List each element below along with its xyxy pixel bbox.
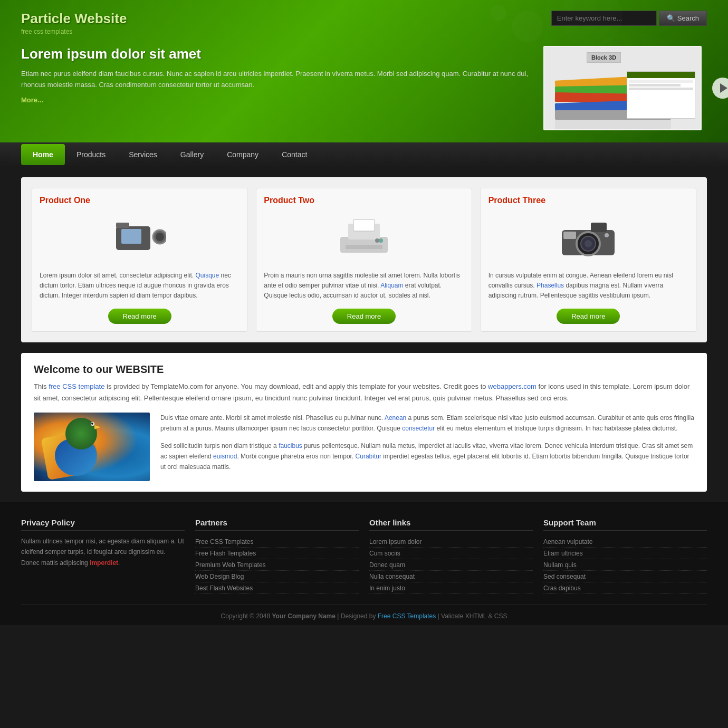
footer-partners-item-1: Free CSS Templates [195,536,359,548]
hero-mockup: Block 3D [543,46,702,130]
footer-partners-item-2: Free Flash Templates [195,548,359,559]
footer-support-item-5: Cras dapibus [543,582,707,594]
product-title-3: Product Three [488,196,688,205]
footer-other-item-3: Donec quam [369,559,533,571]
footer-support-link-1[interactable]: Aenean vulputate [543,538,592,545]
footer-other-link-5[interactable]: In enim justo [369,585,405,592]
hero-more-link[interactable]: More... [21,96,43,104]
footer-partners-item-3: Premium Web Templates [195,559,359,571]
footer-support-item-1: Aenean vulputate [543,536,707,548]
welcome-curabitur-link[interactable]: Curabitur [356,453,381,460]
product-link-1[interactable]: Quisque [195,272,219,279]
welcome-title: Welcome to our WEBSITE [34,363,694,376]
hero-image-label: Block 3D [587,52,621,63]
svg-point-3 [156,233,164,241]
welcome-para-2: Sed sollicitudin turpis non diam tristiq… [160,440,694,473]
svg-point-14 [585,240,592,247]
footer-support-list: Aenean vulputate Etiam ultricies Nullam … [543,536,707,594]
footer-col-support: Support Team Aenean vulputate Etiam ultr… [543,518,707,594]
welcome-css-link[interactable]: free CSS template [49,382,104,390]
svg-rect-7 [353,219,375,231]
site-branding: Particle Website free css templates [21,11,127,35]
header: Particle Website free css templates 🔍 Se… [0,0,728,142]
nav-item-gallery[interactable]: Gallery [169,144,215,165]
footer-support-item-2: Etiam ultricies [543,548,707,559]
welcome-para-1: Duis vitae ornare ante. Morbi sit amet m… [160,413,694,434]
footer-col-privacy: Privacy Policy Nullam ultrices tempor ni… [21,518,185,594]
footer-partners-link-3[interactable]: Premium Web Templates [195,561,266,569]
welcome-euismod-link[interactable]: euismod [213,453,237,460]
welcome-consectetur-link[interactable]: consectetur [402,425,435,432]
product-image-3 [488,212,688,264]
footer-support-item-4: Sed consequat [543,571,707,582]
footer-columns: Privacy Policy Nullam ultrices tempor ni… [21,518,707,594]
main-content: Product One Lorem ipsum dolor sit amet, … [0,167,728,502]
footer-partners-item-4: Web Design Blog [195,571,359,582]
hero-heading: Lorem ipsum dolor sit amet [21,46,533,62]
footer-other-link-3[interactable]: Donec quam [369,561,405,569]
svg-point-17 [605,233,609,237]
search-button[interactable]: 🔍 Search [659,11,707,26]
nav-item-company[interactable]: Company [215,144,270,165]
product-card-1: Product One Lorem ipsum dolor sit amet, … [32,188,247,332]
footer-support-link-4[interactable]: Sed consequat [543,573,586,580]
footer-col-title-support: Support Team [543,518,707,531]
welcome-body: Duis vitae ornare ante. Morbi sit amet m… [34,413,694,481]
footer-support-link-3[interactable]: Nullam quis [543,561,577,569]
nav-item-products[interactable]: Products [65,144,117,165]
footer-privacy-strong: imperdiet [90,559,118,567]
footer-partners-list: Free CSS Templates Free Flash Templates … [195,536,359,594]
footer-other-link-4[interactable]: Nulla consequat [369,573,415,580]
product-link-2[interactable]: Aliquam [380,282,403,289]
welcome-text: Duis vitae ornare ante. Morbi sit amet m… [160,413,694,481]
footer-other-item-2: Cum sociis [369,548,533,559]
hero-body: Etiam nec purus eleifend diam faucibus c… [21,69,533,91]
search-icon: 🔍 [667,14,675,22]
hero-section: Lorem ipsum dolor sit amet Etiam nec pur… [0,41,728,141]
camera-icon [559,218,617,258]
product-card-2: Product Two Proin a mauris non urna sagi… [256,188,472,332]
footer-partners-link-2[interactable]: Free Flash Templates [195,550,256,557]
footer-other-link-2[interactable]: Cum sociis [369,550,400,557]
read-more-btn-1[interactable]: Read more [108,309,171,324]
product-text-2: Proin a mauris non urna sagittis molesti… [264,271,464,301]
welcome-webappers-link[interactable]: webappers.com [488,382,537,390]
welcome-intro: This free CSS template is provided by Te… [34,381,694,404]
footer-other-link-1[interactable]: Lorem ipsum dolor [369,538,422,545]
footer-col-title-partners: Partners [195,518,359,531]
main-nav: Home Products Services Gallery Company C… [0,142,728,167]
printer-icon [338,218,390,258]
footer-partners-link-5[interactable]: Best Flash Websites [195,585,253,592]
welcome-section: Welcome to our WEBSITE This free CSS tem… [21,353,707,492]
footer-partners-link-4[interactable]: Web Design Blog [195,573,244,580]
nav-item-home[interactable]: Home [21,144,65,165]
play-button[interactable] [712,78,728,99]
nav-item-contact[interactable]: Contact [270,144,319,165]
svg-rect-15 [591,223,607,232]
footer-col-partners: Partners Free CSS Templates Free Flash T… [195,518,359,594]
copyright-text: Copyright © 2048 Your Company Name | Des… [221,612,507,620]
footer-bottom: Copyright © 2048 Your Company Name | Des… [21,605,707,620]
site-title: Particle Website [21,11,127,27]
footer-support-link-5[interactable]: Cras dapibus [543,585,581,592]
hero-text: Lorem ipsum dolor sit amet Etiam nec pur… [21,46,533,104]
nav-item-services[interactable]: Services [117,144,169,165]
footer-other-item-1: Lorem ipsum dolor [369,536,533,548]
product-title-1: Product One [40,196,240,205]
welcome-faucibus-link[interactable]: faucibus [279,442,302,449]
footer-privacy-text: Nullam ultrices tempor nisi, ac egestas … [21,536,185,568]
svg-rect-1 [121,229,141,244]
footer-col-title-other: Other links [369,518,533,531]
search-button-label: Search [677,14,699,22]
footer-partners-item-5: Best Flash Websites [195,582,359,594]
svg-point-9 [375,238,379,243]
footer-css-link[interactable]: Free CSS Templates [378,612,436,620]
product-link-3[interactable]: Phasellus [537,282,564,289]
footer: Privacy Policy Nullam ultrices tempor ni… [0,502,728,625]
footer-support-link-2[interactable]: Etiam ultricies [543,550,583,557]
product-image-2 [264,212,464,264]
welcome-aenean-link[interactable]: Aenean [385,414,406,422]
read-more-btn-3[interactable]: Read more [557,309,620,324]
read-more-btn-2[interactable]: Read more [332,309,396,324]
footer-partners-link-1[interactable]: Free CSS Templates [195,538,254,545]
